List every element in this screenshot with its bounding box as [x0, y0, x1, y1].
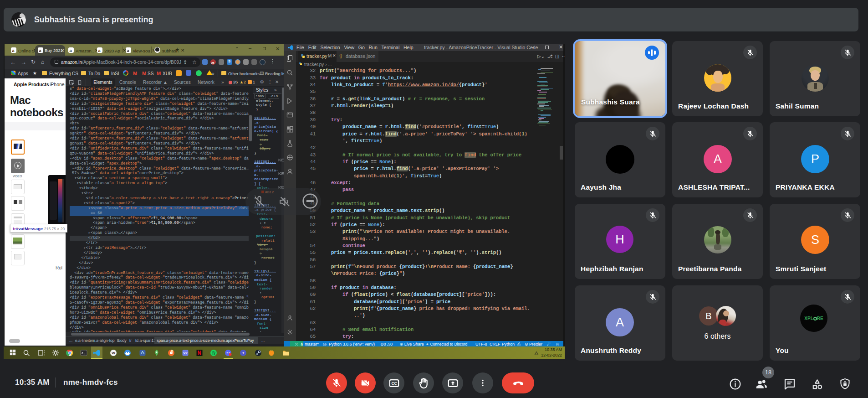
svg-text:CC: CC — [391, 381, 397, 386]
svg-text:T: T — [242, 351, 245, 355]
svg-text:W: W — [112, 351, 115, 355]
svg-text:V2: V2 — [183, 351, 187, 355]
